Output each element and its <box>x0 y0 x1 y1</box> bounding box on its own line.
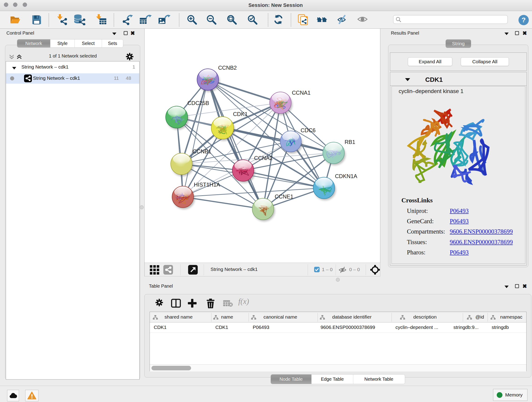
svg-text:CCNA1: CCNA1 <box>292 89 310 96</box>
svg-text:RB1: RB1 <box>345 139 355 145</box>
svg-text:HIST1H1A: HIST1H1A <box>194 182 220 188</box>
svg-text:CCNB2: CCNB2 <box>218 65 237 71</box>
svg-text:CCNA2: CCNA2 <box>254 155 273 161</box>
svg-text:CCNE1: CCNE1 <box>275 193 293 200</box>
svg-text:CDC25B: CDC25B <box>187 100 209 106</box>
svg-text:CCNB1: CCNB1 <box>193 148 211 154</box>
svg-text:CDKN1A: CDKN1A <box>335 173 357 179</box>
svg-text:CDC6: CDC6 <box>301 127 316 133</box>
svg-text:CDK1: CDK1 <box>233 111 248 117</box>
